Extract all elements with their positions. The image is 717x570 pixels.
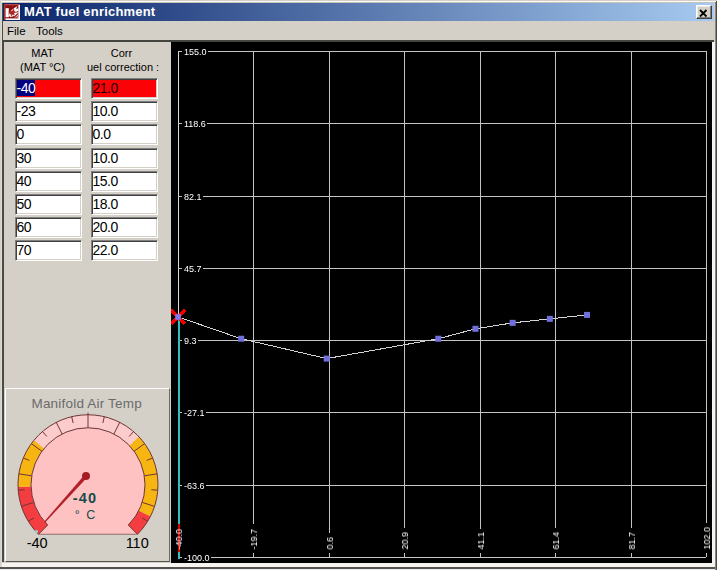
svg-text:-40: -40 (73, 490, 97, 506)
svg-text:9.3: 9.3 (184, 336, 197, 346)
svg-text:-27.1: -27.1 (184, 408, 205, 418)
svg-text:110: 110 (126, 535, 149, 551)
svg-text:-19.7: -19.7 (249, 529, 259, 550)
svg-text:-100.0: -100.0 (184, 553, 210, 563)
svg-text:118.6: 118.6 (184, 119, 206, 129)
svg-text:81.7: 81.7 (627, 532, 637, 550)
svg-text:-40.0: -40.0 (174, 529, 184, 550)
svg-text:-40: -40 (27, 535, 48, 551)
svg-text:102.0: 102.0 (702, 527, 712, 550)
svg-text:61.4: 61.4 (551, 532, 561, 550)
svg-text:155.0: 155.0 (184, 47, 207, 57)
svg-text:20.9: 20.9 (400, 532, 410, 550)
svg-text:82.1: 82.1 (184, 192, 202, 202)
svg-text:45.7: 45.7 (184, 264, 202, 274)
svg-text:0.6: 0.6 (325, 537, 335, 550)
svg-text:° C: ° C (75, 508, 97, 522)
svg-text:-63.6: -63.6 (184, 481, 205, 491)
svg-text:41.1: 41.1 (476, 532, 486, 550)
svg-text:Manifold Air Temp: Manifold Air Temp (31, 396, 141, 411)
